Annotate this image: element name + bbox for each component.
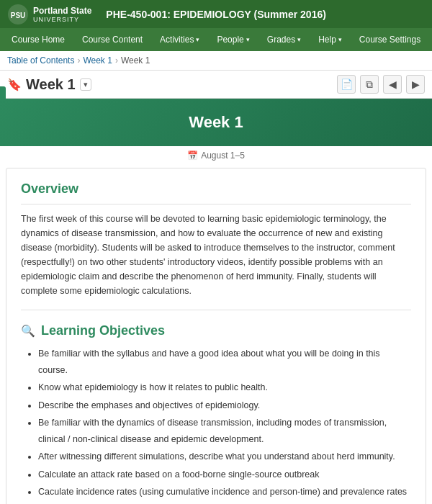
list-item: Know what epidemiology is how it relates… [38,379,411,396]
school-name: Portland State UNIVERSITY [33,6,91,23]
breadcrumb-current: Week 1 [121,55,150,66]
activities-arrow-icon: ▾ [196,36,199,43]
nav-course-settings[interactable]: Course Settings [351,28,429,51]
list-item: Calculate an attack rate based on a food… [38,467,411,483]
breadcrumb-week1-link[interactable]: Week 1 [83,55,112,66]
breadcrumb-table-of-contents[interactable]: Table of Contents [7,55,74,66]
help-arrow-icon: ▾ [338,36,342,43]
magnifier-icon: 🔍 [21,324,35,338]
chevron-right-icon: ▶ [412,78,420,90]
list-item: Describe the emphases and objectives of … [38,397,411,414]
list-item: Caculate incidence rates (using cumulati… [38,484,411,500]
objectives-divider [21,310,411,310]
chevron-left-icon: ◀ [389,78,397,90]
date-line: 📅 August 1–5 [0,146,432,168]
green-banner-wrapper: Week 1 📅 August 1–5 [0,99,432,168]
learning-objectives-title: Learning Objectives [41,323,165,338]
week-header-right: 📄 ⧉ ◀ ▶ [337,75,425,94]
course-title: PHE-450-001: EPIDEMIOLOGY (Summer 2016) [106,9,326,20]
copy-icon: ⧉ [366,78,373,91]
navbar: Course Home Course Content Activities▾ P… [0,28,432,51]
next-button[interactable]: ▶ [406,75,425,94]
breadcrumb: Table of Contents › Week 1 › Week 1 [0,51,432,71]
nav-grades[interactable]: Grades▾ [258,28,310,51]
objectives-list: Be familiar with the syllabus and have a… [38,346,411,500]
breadcrumb-sep-1: › [77,55,80,66]
page-icon-button[interactable]: 📄 [337,75,356,94]
nav-help[interactable]: Help▾ [310,28,351,51]
list-item: Be familiar with the dynamics of disease… [38,415,411,447]
overview-divider [21,204,411,204]
nav-activities[interactable]: Activities▾ [151,28,208,51]
svg-text:PSU: PSU [11,12,26,19]
date-range: August 1–5 [201,150,245,161]
list-item: Be familiar with the syllabus and have a… [38,346,411,378]
psu-logo-icon: PSU [7,4,29,25]
overview-text: The first week of this course will be de… [21,212,411,298]
overview-title: Overview [21,176,411,197]
week-dropdown-button[interactable]: ▾ [80,78,91,91]
bookmark-icon: 🔖 [7,78,22,91]
people-arrow-icon: ▾ [246,36,250,43]
page-icon: 📄 [341,78,353,90]
calendar-icon: 📅 [187,150,198,161]
week-header-bar: 🔖 Week 1 ▾ 📄 ⧉ ◀ ▶ [0,71,432,99]
week-header-left: 🔖 Week 1 ▾ [7,76,91,93]
week-title: Week 1 [26,76,76,93]
nav-course-content[interactable]: Course Content [73,28,151,51]
nav-course-home[interactable]: Course Home [3,28,73,51]
main-content: Overview The first week of this course w… [6,168,426,504]
logo-area: PSU Portland State UNIVERSITY [7,4,91,25]
header: PSU Portland State UNIVERSITY PHE-450-00… [0,0,432,28]
green-banner-title: Week 1 [189,113,243,131]
green-banner: Week 1 [0,99,432,146]
grades-arrow-icon: ▾ [297,36,301,43]
nav-people[interactable]: People▾ [208,28,258,51]
prev-button[interactable]: ◀ [383,75,402,94]
breadcrumb-sep-2: › [115,55,118,66]
learning-objectives-section: 🔍 Learning Objectives [21,318,411,338]
copy-icon-button[interactable]: ⧉ [360,75,379,94]
list-item: After witnessing different simulations, … [38,449,411,465]
